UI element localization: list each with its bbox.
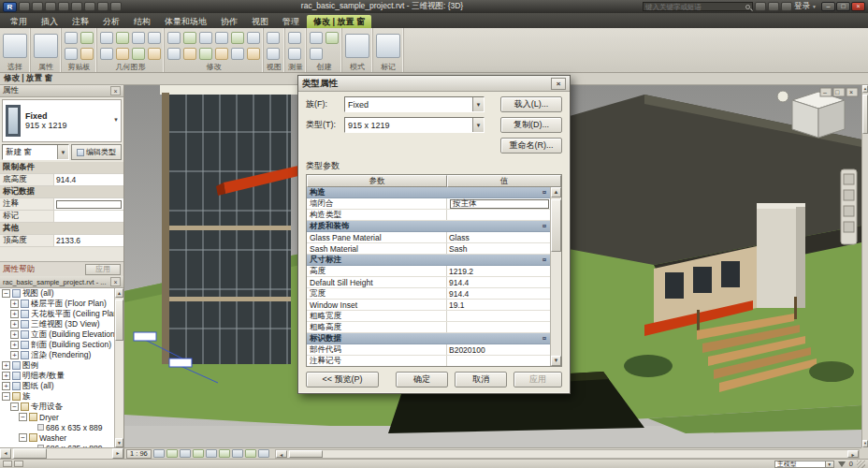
view-window-controls[interactable]: – □ × <box>820 88 858 96</box>
ribbon-tab-6[interactable]: 体量和场地 <box>158 15 213 28</box>
show-crop-icon[interactable] <box>232 449 243 458</box>
expander-icon[interactable]: − <box>19 413 27 421</box>
match-type-icon[interactable] <box>80 48 94 60</box>
ribbon-tab-active[interactable]: 修改 | 放置 窗 <box>307 15 371 28</box>
tree-item[interactable]: +天花板平面 (Ceiling Plan) <box>0 309 114 319</box>
browser-hscrollbar[interactable]: ◄ ► <box>0 447 124 459</box>
dimension-icon[interactable] <box>288 48 301 60</box>
worksets-icon[interactable] <box>3 461 12 467</box>
expander-icon[interactable]: + <box>10 351 19 359</box>
temporary-hide-icon[interactable] <box>245 449 256 458</box>
dialog-table-scrollbar[interactable]: ▲ ▼ <box>550 187 561 366</box>
chevron-down-icon[interactable]: ▼ <box>472 97 484 111</box>
type-combo[interactable]: 915 x 1219 ▼ <box>344 117 485 133</box>
crop-view-icon[interactable] <box>219 449 230 458</box>
undo-icon[interactable] <box>45 2 56 11</box>
property-group[interactable]: 其他 <box>0 223 123 235</box>
pin-icon[interactable] <box>247 32 260 44</box>
preview-button[interactable]: << 预览(P) <box>306 372 379 388</box>
rotate-icon[interactable] <box>199 48 212 60</box>
canvas-vscrollbar[interactable]: ▲ ▼ <box>861 85 868 447</box>
split-face-icon[interactable] <box>148 32 161 44</box>
scroll-right-icon[interactable]: ► <box>112 448 123 459</box>
scroll-right-icon[interactable]: ► <box>847 450 859 458</box>
properties-help-link[interactable]: 属性帮助 <box>3 264 35 275</box>
tree-item[interactable]: −Dryer <box>0 412 114 422</box>
expander-icon[interactable]: − <box>19 433 27 442</box>
edit-type-button[interactable]: 编辑类型 <box>71 144 122 160</box>
element-selector-combo[interactable]: 新建 窗 ▼ <box>2 144 69 160</box>
load-family-icon[interactable] <box>345 34 369 58</box>
search-input[interactable] <box>645 3 744 11</box>
save-icon[interactable] <box>32 2 43 11</box>
tree-item[interactable]: −Washer <box>0 432 114 443</box>
column-header-value[interactable]: 值 <box>447 175 561 187</box>
tree-item[interactable]: +剖面 (Building Section) <box>0 340 114 350</box>
param-group[interactable]: 标识数据¤ <box>307 333 550 344</box>
offset-icon[interactable] <box>183 32 196 44</box>
dialog-titlebar[interactable]: 类型属性 × <box>298 76 570 92</box>
trim-icon[interactable] <box>215 32 228 44</box>
scroll-thumb[interactable] <box>551 199 561 252</box>
detail-level-icon[interactable] <box>153 449 165 458</box>
reveal-hidden-icon[interactable] <box>258 449 269 458</box>
type-preview[interactable]: Fixed 915 x 1219 ▼ <box>2 99 122 142</box>
minimize-icon[interactable]: – <box>821 2 835 11</box>
maximize-icon[interactable]: □ <box>836 2 850 11</box>
tree-item[interactable]: +明细表/数量 <box>0 371 114 381</box>
demolish-icon[interactable] <box>132 48 145 60</box>
scroll-down-icon[interactable]: ▼ <box>551 356 561 366</box>
expander-icon[interactable]: − <box>2 289 10 298</box>
column-header-param[interactable]: 参数 <box>307 175 447 187</box>
tree-item[interactable]: +立面 (Building Elevation) <box>0 329 114 340</box>
chevron-down-icon[interactable]: ▼ <box>825 461 833 467</box>
rendering-icon[interactable] <box>206 449 217 458</box>
signin-label[interactable]: 登录 <box>794 1 810 12</box>
ribbon-tab-3[interactable]: 注释 <box>65 15 95 28</box>
delete-icon[interactable] <box>247 48 260 60</box>
scroll-up-icon[interactable]: ▲ <box>115 288 123 298</box>
load-button[interactable]: 载入(L)... <box>500 96 562 112</box>
view-scale-button[interactable]: 1 : 96 <box>126 449 152 459</box>
viewcube-home-icon[interactable] <box>777 91 788 102</box>
view-reference-icon[interactable] <box>267 48 280 60</box>
cut-icon[interactable] <box>65 48 78 60</box>
tree-item[interactable]: +图纸 (all) <box>0 381 114 391</box>
group-pin-icon[interactable]: ¤ <box>539 334 550 343</box>
tree-item[interactable]: +楼层平面 (Floor Plan) <box>0 299 114 309</box>
tree-item[interactable]: −专用设备 <box>0 402 114 412</box>
sun-path-icon[interactable] <box>180 449 191 458</box>
browser-header[interactable]: rac_basic_sample_project.rvt - ... × <box>0 276 123 288</box>
cut-geometry-icon[interactable] <box>100 48 113 60</box>
close-icon[interactable]: × <box>851 2 865 11</box>
ribbon-tab-9[interactable]: 管理 <box>276 15 306 28</box>
scroll-left-icon[interactable]: ◄ <box>276 450 287 458</box>
cancel-button[interactable]: 取消 <box>455 372 507 388</box>
tree-item[interactable]: −族 <box>0 391 114 402</box>
align-icon[interactable] <box>167 32 181 44</box>
property-group[interactable]: 限制条件 <box>0 162 123 174</box>
ribbon-tab-4[interactable]: 分析 <box>96 15 126 28</box>
split-icon[interactable] <box>215 48 228 60</box>
mirror-icon[interactable] <box>199 32 212 44</box>
close-icon[interactable]: × <box>110 86 121 95</box>
ribbon-tab-1[interactable]: 常用 <box>4 15 34 28</box>
chevron-down-icon[interactable]: ▼ <box>113 117 119 123</box>
apply-button[interactable]: 应用 <box>85 264 121 275</box>
scroll-down-icon[interactable]: ▼ <box>862 440 868 447</box>
scroll-thumb[interactable] <box>13 448 47 459</box>
group-pin-icon[interactable]: ¤ <box>539 256 550 264</box>
copy-move-icon[interactable] <box>183 48 196 60</box>
resize-grip[interactable] <box>857 461 865 468</box>
expander-icon[interactable]: + <box>2 361 10 370</box>
chevron-down-icon[interactable]: ▼ <box>472 118 484 132</box>
redo-icon[interactable] <box>58 2 69 11</box>
canvas-hscrollbar[interactable]: ◄ ► <box>275 449 860 459</box>
expander-icon[interactable]: + <box>10 320 19 329</box>
chevron-down-icon[interactable]: ▼ <box>812 4 817 9</box>
modify-arrow-icon[interactable] <box>3 34 27 58</box>
join-icon[interactable] <box>100 32 113 44</box>
browser-scrollbar[interactable]: ▲ ▼ <box>114 288 123 447</box>
shadows-icon[interactable] <box>193 449 204 458</box>
expander-icon[interactable]: + <box>10 310 19 318</box>
